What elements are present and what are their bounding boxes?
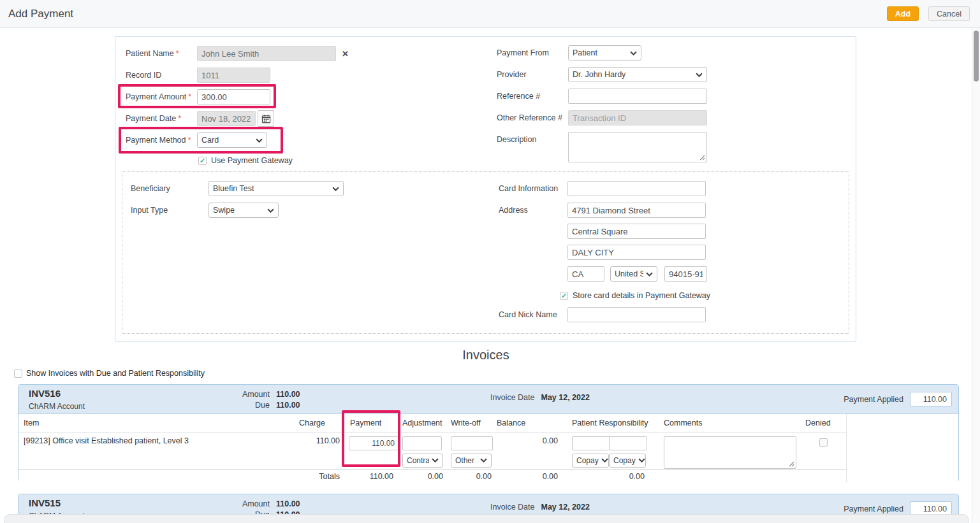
pr1-type-value: Copay [576,456,599,465]
payment-amount-label: Payment Amount* [126,92,197,101]
adjustment-type-select[interactable]: Contrac [402,454,443,468]
payment-amount-input[interactable] [197,89,270,104]
chevron-down-icon [696,73,703,77]
payment-method-label: Payment Method* [126,136,197,145]
chevron-down-icon [332,187,339,191]
col-adjustment: Adjustment [402,414,446,433]
address-line2-input[interactable] [567,224,706,239]
calendar-button[interactable] [258,110,274,127]
col-denied: Denied [805,414,846,433]
writeoff-type-value: Other [455,456,474,465]
total-patient-responsibility: 0.00 [560,469,652,484]
patient-responsibility-2-type-select[interactable]: Copay [609,454,646,468]
payment-method-select[interactable]: Card [197,133,267,148]
clear-patient-icon[interactable]: ✕ [342,49,349,59]
payment-applied-label: Payment Applied [844,505,903,513]
address-city-input[interactable] [567,245,706,260]
payment-from-select[interactable]: Patient [568,45,641,61]
address-zip-input[interactable] [664,266,707,282]
payment-from-row: Payment From Patient [497,45,641,61]
line-item-payment-input[interactable] [349,436,399,450]
show-invoices-label: Show Invoices with Due and Patient Respo… [26,369,205,378]
total-balance: 0.00 [497,469,560,484]
address-country-value: United St [615,269,643,278]
chevron-down-icon [267,208,274,213]
vertical-scrollbar[interactable] [972,28,980,523]
invoice-date-value: May 12, 2022 [541,503,589,512]
invoice-date-row: Invoice Date May 12, 2022 [490,393,590,402]
col-charge: Charge [299,414,344,433]
invoice-id: INV516 [29,388,61,399]
record-id-input[interactable] [197,68,270,83]
chevron-down-icon [601,458,608,462]
beneficiary-row: Beneficiary Bluefin Test [131,181,344,196]
payment-from-label: Payment From [497,48,568,57]
show-invoices-checkbox[interactable] [14,369,22,378]
record-id-label: Record ID [126,71,197,80]
gateway-section: Beneficiary Bluefin Test Input Type Swip… [122,171,849,334]
comments-textarea[interactable] [664,436,796,469]
beneficiary-select[interactable]: Bluefin Test [208,181,344,196]
payment-amount-row: Payment Amount* [126,89,270,104]
store-card-checkbox[interactable] [560,292,568,300]
resize-handle-icon [789,461,794,467]
chevron-down-icon [480,458,487,462]
resize-handle-icon [699,155,705,161]
card-nick-name-row: Card Nick Name [499,307,706,322]
writeoff-type-select[interactable]: Other [451,454,492,468]
invoice-date-value: May 12, 2022 [541,393,589,402]
payment-date-label: Payment Date* [126,114,197,123]
chevron-down-icon [256,138,263,143]
line-item-writeoff-input[interactable] [451,436,493,450]
input-type-select[interactable]: Swipe [208,203,279,218]
card-information-input[interactable] [567,181,706,196]
top-bar: Add Payment Add Cancel [0,0,980,28]
reference-input[interactable] [568,89,707,104]
other-reference-row: Other Reference # [497,110,707,125]
payment-date-input[interactable] [197,111,256,126]
address-line1-input[interactable] [567,203,706,218]
use-payment-gateway-checkbox[interactable] [198,157,207,165]
patient-responsibility-1-type-select[interactable]: Copay [572,454,609,468]
provider-value: Dr. John Hardy [573,70,625,79]
address-city-row [567,245,706,260]
use-payment-gateway-label: Use Payment Gateway [211,156,293,165]
scrollbar-thumb[interactable] [974,31,979,82]
address-country-select[interactable]: United St [610,266,657,282]
due-label: Due [210,401,270,410]
description-textarea[interactable] [568,132,707,162]
card-nick-name-input[interactable] [567,307,706,322]
card-nick-name-label: Card Nick Name [499,310,567,319]
address-line2-row [567,224,706,239]
reference-row: Reference # [497,89,707,104]
payment-applied-input[interactable] [910,392,952,406]
invoice-id: INV515 [29,498,61,508]
patient-name-input[interactable] [197,46,336,61]
patient-responsibility-2-input[interactable] [609,436,647,450]
payment-applied-label: Payment Applied [844,395,903,404]
invoice-account: ChARM Account [29,402,85,411]
patient-name-label: Patient Name* [126,49,197,58]
col-balance: Balance [497,414,560,433]
invoice-date-row: Invoice Date May 12, 2022 [490,503,590,512]
beneficiary-value: Bluefin Test [213,184,254,193]
other-reference-input[interactable] [568,110,707,125]
line-item-adjustment-input[interactable] [402,436,442,450]
provider-select[interactable]: Dr. John Hardy [568,67,707,82]
add-button[interactable]: Add [887,6,919,21]
invoice-filter-row: Show Invoices with Due and Patient Respo… [14,369,205,378]
address-state-input[interactable] [567,266,604,282]
payment-applied-row: Payment Applied [844,392,952,406]
description-row: Description [497,132,707,162]
bottom-scroll-strip [4,514,969,523]
table-header-row: Item Charge Payment Adjustment Write-off… [18,414,846,433]
adjustment-type-value: Contrac [407,456,429,465]
payment-applied-panel [846,414,958,482]
record-id-row: Record ID [126,68,270,83]
input-type-value: Swipe [213,206,235,215]
denied-checkbox[interactable] [819,438,828,447]
patient-responsibility-1-input[interactable] [572,436,610,450]
cancel-button[interactable]: Cancel [928,6,970,21]
amount-value: 110.00 [276,390,300,399]
description-label: Description [497,135,568,144]
